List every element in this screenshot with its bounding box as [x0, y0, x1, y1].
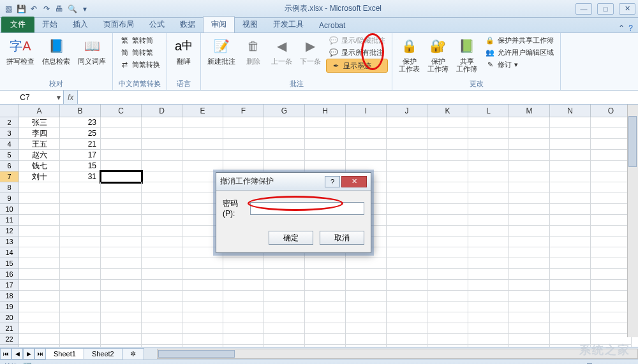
- cell[interactable]: [305, 323, 346, 334]
- cell[interactable]: [550, 182, 591, 193]
- cell[interactable]: [468, 226, 509, 237]
- cell[interactable]: [264, 291, 305, 302]
- cell[interactable]: [142, 323, 182, 334]
- protect-share-button[interactable]: 🔒保护并共享工作簿: [482, 34, 556, 46]
- cell[interactable]: [264, 334, 305, 345]
- cell[interactable]: [387, 323, 427, 334]
- column-header[interactable]: K: [427, 105, 468, 117]
- cell[interactable]: [387, 247, 427, 258]
- cell[interactable]: [468, 161, 509, 171]
- cell[interactable]: [142, 204, 182, 215]
- cell[interactable]: [264, 161, 305, 171]
- cell[interactable]: [60, 247, 101, 258]
- cell[interactable]: [591, 161, 632, 171]
- column-header[interactable]: N: [550, 105, 591, 117]
- cell[interactable]: 李四: [19, 128, 60, 139]
- dialog-close-button[interactable]: ✕: [341, 176, 367, 187]
- cell[interactable]: [223, 258, 264, 269]
- cell[interactable]: [182, 345, 223, 347]
- cell[interactable]: [223, 161, 264, 171]
- cell[interactable]: [550, 345, 591, 347]
- sheet-nav-prev[interactable]: ◀: [11, 348, 23, 360]
- cell[interactable]: [387, 302, 427, 312]
- cell[interactable]: [264, 258, 305, 269]
- cell[interactable]: [387, 269, 427, 280]
- cell[interactable]: [305, 280, 346, 291]
- cell[interactable]: [142, 269, 182, 280]
- cell[interactable]: [101, 226, 142, 237]
- cell[interactable]: [142, 291, 182, 302]
- cell[interactable]: [19, 215, 60, 226]
- cell[interactable]: [591, 117, 632, 128]
- show-ink-button[interactable]: ✒显示墨迹: [326, 59, 388, 73]
- cell[interactable]: [427, 312, 468, 323]
- cell[interactable]: [427, 302, 468, 312]
- sheet-tab-1[interactable]: Sheet1: [45, 348, 84, 359]
- cell[interactable]: [591, 171, 632, 182]
- cell[interactable]: [101, 139, 142, 150]
- cell[interactable]: [101, 237, 142, 247]
- cell[interactable]: [550, 193, 591, 204]
- cell[interactable]: [427, 247, 468, 258]
- dialog-titlebar[interactable]: 撤消工作簿保护 ? ✕: [216, 173, 371, 191]
- cell[interactable]: [264, 128, 305, 139]
- row-header[interactable]: 11: [0, 215, 19, 226]
- fx-icon[interactable]: fx: [68, 93, 73, 102]
- cell[interactable]: [264, 139, 305, 150]
- column-header[interactable]: M: [509, 105, 550, 117]
- cell[interactable]: [182, 280, 223, 291]
- cell[interactable]: [346, 117, 387, 128]
- cell[interactable]: [591, 193, 632, 204]
- cell[interactable]: [468, 182, 509, 193]
- cell[interactable]: [19, 204, 60, 215]
- cell[interactable]: [60, 302, 101, 312]
- cell[interactable]: [468, 117, 509, 128]
- cell[interactable]: [60, 269, 101, 280]
- cell[interactable]: 张三: [19, 117, 60, 128]
- cell[interactable]: [550, 247, 591, 258]
- cell[interactable]: [142, 139, 182, 150]
- cell[interactable]: [346, 150, 387, 161]
- cell[interactable]: [509, 117, 550, 128]
- cell[interactable]: [550, 204, 591, 215]
- cell[interactable]: [509, 280, 550, 291]
- cell[interactable]: [305, 139, 346, 150]
- cell[interactable]: [427, 171, 468, 182]
- spellcheck-button[interactable]: 字A拼写检查: [4, 34, 37, 66]
- cell[interactable]: [427, 258, 468, 269]
- formula-input[interactable]: [77, 91, 638, 104]
- cell[interactable]: [427, 269, 468, 280]
- cell[interactable]: [387, 258, 427, 269]
- cell[interactable]: [19, 291, 60, 302]
- tab-insert[interactable]: 插入: [65, 17, 96, 33]
- cell[interactable]: [305, 150, 346, 161]
- cell[interactable]: [387, 182, 427, 193]
- cell[interactable]: [223, 302, 264, 312]
- cell[interactable]: [346, 269, 387, 280]
- cell[interactable]: [19, 280, 60, 291]
- cell[interactable]: [182, 128, 223, 139]
- cell[interactable]: [60, 312, 101, 323]
- cell[interactable]: [427, 139, 468, 150]
- cell[interactable]: [305, 128, 346, 139]
- cell[interactable]: [468, 312, 509, 323]
- cell[interactable]: [468, 291, 509, 302]
- cell[interactable]: [60, 334, 101, 345]
- cell[interactable]: [60, 193, 101, 204]
- cell[interactable]: [223, 291, 264, 302]
- cell[interactable]: [305, 258, 346, 269]
- cell[interactable]: 刘十: [19, 171, 60, 182]
- ribbon-minimize-icon[interactable]: ⌃: [618, 24, 625, 33]
- cell[interactable]: [101, 193, 142, 204]
- column-header[interactable]: O: [591, 105, 632, 117]
- cell[interactable]: 17: [60, 150, 101, 161]
- cell[interactable]: [509, 128, 550, 139]
- cell[interactable]: [19, 258, 60, 269]
- cell[interactable]: [427, 226, 468, 237]
- cell[interactable]: [346, 302, 387, 312]
- column-header[interactable]: F: [223, 105, 264, 117]
- cell[interactable]: [264, 302, 305, 312]
- help-icon[interactable]: ?: [628, 24, 633, 33]
- cell[interactable]: [509, 345, 550, 347]
- cell[interactable]: [427, 334, 468, 345]
